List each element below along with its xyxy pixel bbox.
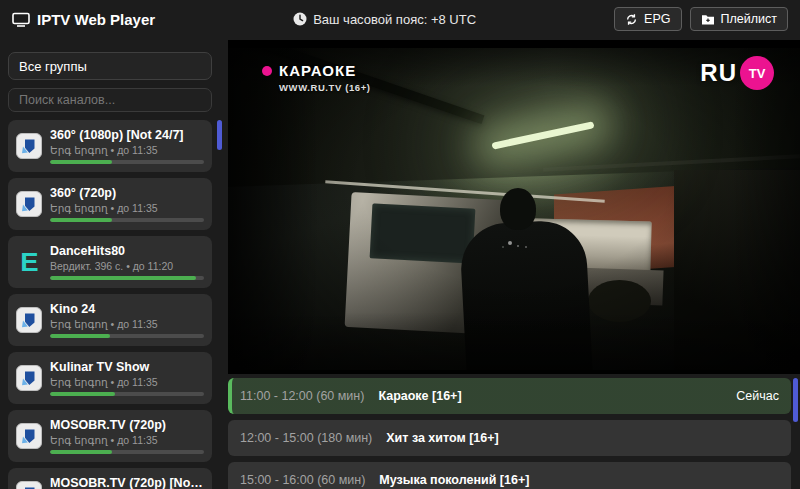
- epg-time-range: 15:00 - 16:00 (60 мин): [240, 473, 365, 487]
- channel-search-input[interactable]: [8, 88, 212, 112]
- channel-current-program: Вердикт. 396 с. • до 11:20: [50, 260, 204, 272]
- channel-progress-track: [50, 334, 204, 338]
- channel-logo-icon: E: [16, 191, 42, 217]
- onscreen-url-label: WWW.RU.TV (16+): [279, 82, 371, 93]
- group-select[interactable]: Все группы: [8, 52, 212, 80]
- live-dot-icon: [262, 66, 272, 76]
- channel-progress-track: [50, 160, 204, 164]
- channel-name: 360° (720p): [50, 186, 204, 200]
- video-player[interactable]: КАРАОКЕ WWW.RU.TV (16+) RU TV: [228, 40, 800, 374]
- timezone-info: Ваш часовой пояс: +8 UTC: [293, 12, 476, 27]
- channel-logo-e-glyph: E: [20, 250, 38, 275]
- channel-progress-track: [50, 392, 204, 396]
- channel-name: Kulinar TV Show: [50, 360, 204, 374]
- onscreen-program-title: КАРАОКЕ: [279, 62, 356, 79]
- app-header: IPTV Web Player Ваш часовой пояс: +8 UTC…: [0, 0, 800, 38]
- content-area: Все группы E 360° (1080p) [No: [0, 38, 800, 489]
- playlist-button[interactable]: Плейлист: [690, 7, 788, 31]
- epg-row[interactable]: 11:00 - 12:00 (60 мин) Караоке [16+] Сей…: [228, 378, 791, 414]
- epg-program-title: Хит за хитом [16+]: [386, 431, 498, 445]
- timezone-label: Ваш часовой пояс: +8 UTC: [313, 12, 476, 27]
- app-title: IPTV Web Player: [37, 11, 155, 28]
- watermark-tv-circle: TV: [740, 56, 774, 90]
- channel-logo-icon: E: [16, 307, 42, 333]
- channel-logo-icon: E: [16, 481, 42, 489]
- channel-progress-track: [50, 276, 204, 280]
- epg-row[interactable]: 15:00 - 16:00 (60 мин) Музыка поколений …: [228, 462, 791, 489]
- group-select-value: Все группы: [19, 59, 87, 74]
- channel-name: MOSOBR.TV (720p) [Not 24/7]: [50, 476, 204, 489]
- channel-current-program: Երգ երգող • до 11:35: [50, 318, 204, 330]
- channel-name: DanceHits80: [50, 244, 204, 258]
- channel-text: MOSOBR.TV (720p) [Not 24/7] Երգ երգող • …: [50, 476, 204, 489]
- epg-button[interactable]: EPG: [614, 7, 681, 31]
- epg-button-label: EPG: [644, 12, 670, 26]
- main-column: КАРАОКЕ WWW.RU.TV (16+) RU TV 11:00 - 12…: [228, 38, 800, 489]
- channel-logo-icon: E: [16, 249, 42, 275]
- folder-plus-icon: [701, 13, 715, 25]
- scene-vignette: [228, 48, 800, 370]
- watermark-ru-text: RU: [700, 59, 737, 87]
- channel-name: MOSOBR.TV (720p): [50, 418, 204, 432]
- channel-progress-fill: [50, 276, 196, 280]
- channel-item[interactable]: E 360° (720p) Երգ երգող • до 11:35: [8, 178, 212, 230]
- epg-now-badge: Сейчас: [736, 389, 779, 403]
- clock-icon: [293, 12, 307, 26]
- channel-text: 360° (720p) Երգ երգող • до 11:35: [50, 186, 204, 222]
- channel-list-scrollbar-thumb[interactable]: [217, 120, 222, 150]
- video-scene-garage: [228, 48, 800, 370]
- channel-current-program: Երգ երգող • до 11:35: [50, 144, 204, 156]
- rutv-watermark: RU TV: [700, 56, 774, 90]
- tv-monitor-icon: [12, 12, 30, 27]
- channel-progress-fill: [50, 160, 112, 164]
- channel-progress-fill: [50, 218, 112, 222]
- channel-logo-icon: E: [16, 133, 42, 159]
- channel-item[interactable]: E Kino 24 Երգ երգող • до 11:35: [8, 294, 212, 346]
- channel-text: Kino 24 Երգ երգող • до 11:35: [50, 302, 204, 338]
- channel-current-program: Երգ երգող • до 11:35: [50, 434, 204, 446]
- channel-text: MOSOBR.TV (720p) Երգ երգող • до 11:35: [50, 418, 204, 454]
- channel-current-program: Երգ երգող • до 11:35: [50, 202, 204, 214]
- epg-scrollbar-thumb[interactable]: [793, 378, 798, 422]
- channel-progress-fill: [50, 450, 112, 454]
- channel-logo-icon: E: [16, 423, 42, 449]
- channel-list: E 360° (1080p) [Not 24/7] Երգ երգող • до…: [8, 120, 222, 489]
- channel-item[interactable]: E DanceHits80 Вердикт. 396 с. • до 11:20: [8, 236, 212, 288]
- onscreen-channel-overlay: КАРАОКЕ WWW.RU.TV (16+): [262, 62, 371, 93]
- app-brand: IPTV Web Player: [12, 11, 155, 28]
- playlist-button-label: Плейлист: [721, 12, 777, 26]
- channel-name: 360° (1080p) [Not 24/7]: [50, 128, 204, 142]
- channel-progress-track: [50, 450, 204, 454]
- channel-logo-icon: E: [16, 365, 42, 391]
- refresh-icon: [625, 13, 638, 26]
- epg-program-title: Музыка поколений [16+]: [379, 473, 529, 487]
- epg-time-range: 12:00 - 15:00 (180 мин): [240, 431, 372, 445]
- channel-item[interactable]: E MOSOBR.TV (720p) Երգ երգող • до 11:35: [8, 410, 212, 462]
- epg-program-title: Караоке [16+]: [378, 389, 461, 403]
- channel-item[interactable]: E 360° (1080p) [Not 24/7] Երգ երգող • до…: [8, 120, 212, 172]
- epg-row[interactable]: 12:00 - 15:00 (180 мин) Хит за хитом [16…: [228, 420, 791, 456]
- sidebar: Все группы E 360° (1080p) [No: [0, 38, 222, 489]
- channel-text: 360° (1080p) [Not 24/7] Երգ երգող • до 1…: [50, 128, 204, 164]
- channel-item[interactable]: E MOSOBR.TV (720p) [Not 24/7] Երգ երգող …: [8, 468, 212, 489]
- channel-current-program: Երգ երգող • до 11:35: [50, 376, 204, 388]
- channel-progress-fill: [50, 334, 110, 338]
- header-buttons: EPG Плейлист: [614, 7, 788, 31]
- channel-progress-track: [50, 218, 204, 222]
- channel-text: DanceHits80 Вердикт. 396 с. • до 11:20: [50, 244, 204, 280]
- channel-progress-fill: [50, 392, 115, 396]
- channel-item[interactable]: E Kulinar TV Show Երգ երգող • до 11:35: [8, 352, 212, 404]
- channel-name: Kino 24: [50, 302, 204, 316]
- channel-text: Kulinar TV Show Երգ երգող • до 11:35: [50, 360, 204, 396]
- epg-program-list: 11:00 - 12:00 (60 мин) Караоке [16+] Сей…: [228, 378, 800, 489]
- epg-time-range: 11:00 - 12:00 (60 мин): [240, 389, 364, 403]
